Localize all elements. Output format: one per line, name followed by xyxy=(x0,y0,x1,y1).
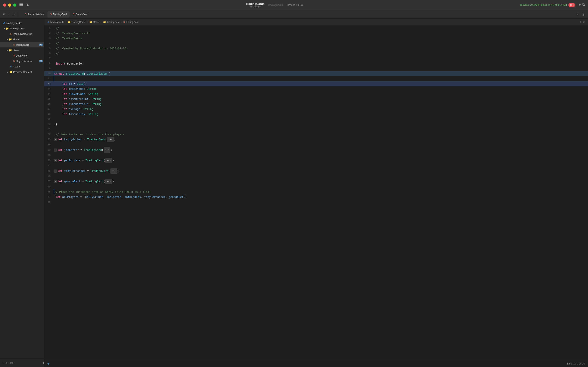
title-bar-actions: + ⧉ xyxy=(579,3,585,7)
code-line-21: 21 xyxy=(44,127,588,132)
sidebar-item-tradingcards-root[interactable]: ▾ A TradingCards xyxy=(0,20,44,26)
code-line-66: 66 // Place the instances into an array … xyxy=(44,189,588,194)
title-bar-center: TradingCards class-demo TradingCards › i… xyxy=(29,2,520,8)
code-line-9: 9 xyxy=(44,66,588,71)
code-line-38: 38 xyxy=(44,153,588,158)
sidebar-toggle-icon[interactable] xyxy=(19,3,23,7)
code-line-67: 67 let allPlayers = [kellyGruber, joeCar… xyxy=(44,194,588,200)
bc-sep-3: › xyxy=(100,21,102,24)
sidebar-label-tradingcards-folder: TradingCards xyxy=(9,27,25,30)
status-indicator xyxy=(47,363,49,365)
breadcrumb-actions: ‹ ✕ xyxy=(580,20,585,24)
code-line-18: 18 let famousPlay: String xyxy=(44,112,588,117)
tab-label-detail-view: DetailView xyxy=(76,13,87,16)
main-area: ▾ A TradingCards ▾ 📁 TradingCards S Trad… xyxy=(0,19,588,367)
code-line-13: 13 let imageName: String xyxy=(44,86,588,91)
code-line-48: 48 ▶ let tonyFernandez = TradingCard(•••… xyxy=(44,168,588,174)
forward-icon[interactable]: › xyxy=(12,12,16,17)
toolbar-divider-1 xyxy=(18,12,18,17)
build-error-badge[interactable]: ✕ 1 xyxy=(568,3,575,7)
bc-back-btn[interactable]: ‹ xyxy=(580,20,582,24)
breadcrumb-tradingcard-struct[interactable]: S TradingCard xyxy=(123,21,138,24)
sidebar-label-tradingcard: TradingCard xyxy=(16,43,30,46)
app-sub-label: class-demo xyxy=(250,5,260,8)
navigator-icon[interactable]: ⊞ xyxy=(2,12,6,17)
minimize-button[interactable] xyxy=(8,3,11,7)
code-line-17: 17 let average: String xyxy=(44,107,588,112)
add-file-button[interactable]: + xyxy=(2,361,4,365)
sidebar-label-assets: Assets xyxy=(13,65,20,68)
sidebar-label-model: Model xyxy=(13,38,19,41)
sidebar-label-tradingcardsapp: TradingCardsApp xyxy=(12,33,32,35)
device-label: iPhone 14 Pro xyxy=(288,3,303,6)
sidebar-label-playerlistview: PlayerListView xyxy=(16,60,32,63)
sidebar-item-tradingcard[interactable]: S TradingCard M xyxy=(0,42,44,47)
code-line-8: 8 import Foundation xyxy=(44,61,588,66)
code-line-4: 4 // xyxy=(44,41,588,46)
code-editor[interactable]: 1 // 2 // TradingCard.swift 3 // Trading… xyxy=(44,26,588,360)
expand-arrow-root: ▾ xyxy=(1,22,2,24)
filter-options-icon[interactable]: ℹ xyxy=(43,361,44,365)
sidebar-footer: + ⌂ ℹ ⊞ xyxy=(0,359,44,367)
code-line-6: 6 // xyxy=(44,51,588,56)
run-button[interactable]: ▶ xyxy=(27,2,29,7)
title-bar: ▶ TradingCards class-demo TradingCards ›… xyxy=(0,0,588,10)
tab-detail-view[interactable]: S DetailView xyxy=(70,11,90,17)
close-button[interactable] xyxy=(3,3,6,7)
build-status: Build Succeeded | 2023-01-16 at 9:51 AM … xyxy=(520,3,575,7)
filter-input[interactable] xyxy=(9,361,42,364)
breadcrumb-tradingcard-folder[interactable]: 📁 TradingCard xyxy=(103,21,120,24)
fold-button-39[interactable]: ▶ xyxy=(54,159,57,162)
sidebar-label-views: Views xyxy=(13,49,19,52)
playerlistview-badge: M xyxy=(39,60,42,62)
code-line-56: 56 xyxy=(44,174,588,179)
split-editor-icon[interactable]: ⇅ xyxy=(576,12,580,17)
sidebar-item-preview-content[interactable]: ▶ 📁 Preview Content xyxy=(0,69,44,75)
code-line-30: 30 ▶ let joeCarter = TradingCard(•••) xyxy=(44,147,588,153)
tab-trading-card[interactable]: S TradingCard xyxy=(47,11,70,17)
bc-label-3: Model xyxy=(93,21,99,24)
split-view-icon[interactable]: ⧉ xyxy=(582,3,585,7)
svg-rect-2 xyxy=(19,5,23,6)
bc-sep-1: › xyxy=(65,21,67,24)
bc-close-btn[interactable]: ✕ xyxy=(583,20,585,24)
code-line-20: 20 } xyxy=(44,122,588,127)
fold-button-23[interactable]: ▶ xyxy=(54,138,57,141)
line-11-marker xyxy=(54,76,54,81)
status-line-col: Line: 12 Col: 20 xyxy=(567,362,585,365)
tab-player-list-view[interactable]: S PlayerListView xyxy=(22,11,47,17)
svg-rect-1 xyxy=(19,4,23,5)
code-line-7: 7 xyxy=(44,56,588,61)
build-status-text: Build Succeeded | 2023-01-16 at 9:51 AM xyxy=(520,3,567,6)
code-line-10: 10 struct TradingCard: Identifiable { xyxy=(44,71,588,76)
back-icon[interactable]: ‹ xyxy=(7,12,11,17)
breadcrumb-tradingcards-1[interactable]: A TradingCards xyxy=(47,21,64,24)
svg-rect-0 xyxy=(19,3,23,3)
swift-file-icon-1: S xyxy=(10,33,12,35)
bc-sep-4: › xyxy=(121,21,122,24)
sidebar-item-tradingcards-folder[interactable]: ▾ 📁 TradingCards xyxy=(0,26,44,31)
tradingcard-badge: M xyxy=(39,43,42,46)
folder-icon-preview: 📁 xyxy=(9,71,12,74)
fold-button-57[interactable]: ▶ xyxy=(54,180,57,183)
sidebar-label-tradingcards-root: TradingCards xyxy=(6,22,21,25)
app-title: TradingCards class-demo xyxy=(246,2,265,8)
fold-button-48[interactable]: ▶ xyxy=(54,169,57,173)
breadcrumb-model[interactable]: 📁 Model xyxy=(89,21,99,24)
bc-label-1: TradingCards xyxy=(50,21,64,24)
sidebar-item-model-folder[interactable]: ▾ 📁 Model xyxy=(0,37,44,42)
status-bar: Line: 12 Col: 20 xyxy=(44,360,588,367)
fullscreen-button[interactable] xyxy=(13,3,16,7)
minimap-icon[interactable]: ⋮ xyxy=(581,12,586,17)
fold-button-30[interactable]: ▶ xyxy=(54,149,57,152)
sidebar-item-views-folder[interactable]: ▾ 📁 Views xyxy=(0,47,44,53)
add-tab-icon[interactable]: + xyxy=(579,3,581,7)
breadcrumb-tradingcards-2[interactable]: 📁 TradingCards xyxy=(68,21,85,24)
sidebar-item-detailview[interactable]: S DetailView xyxy=(0,53,44,58)
filter-icon[interactable]: ⌂ xyxy=(5,361,7,365)
code-line-2: 2 // TradingCard.swift xyxy=(44,31,588,36)
sidebar-item-assets[interactable]: ⊞ Assets xyxy=(0,64,44,69)
swift-icon-2: S xyxy=(50,13,52,16)
sidebar-item-playerlistview[interactable]: S PlayerListView M xyxy=(0,58,44,64)
sidebar-item-tradingcardsapp[interactable]: S TradingCardsApp xyxy=(0,31,44,37)
